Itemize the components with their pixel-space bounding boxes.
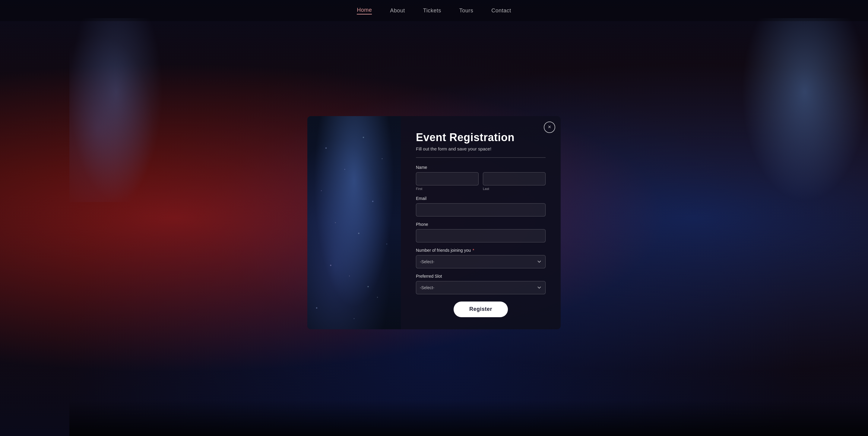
name-label: Name bbox=[416, 165, 546, 170]
phone-field-group: Phone bbox=[416, 222, 546, 242]
email-input[interactable] bbox=[416, 203, 546, 217]
email-field-group: Email bbox=[416, 196, 546, 217]
modal-image-panel bbox=[307, 116, 401, 329]
name-field-group: Name First Last bbox=[416, 165, 546, 191]
close-button[interactable]: × bbox=[544, 122, 555, 133]
registration-form: Name First Last Email bbox=[416, 165, 546, 317]
friends-field-group: Number of friends joining you * -Select-… bbox=[416, 248, 546, 268]
registration-modal: Event Registration Fill out the form and… bbox=[307, 116, 561, 329]
first-sub-label: First bbox=[416, 187, 478, 191]
phone-label: Phone bbox=[416, 222, 546, 227]
last-name-wrap: Last bbox=[483, 172, 546, 191]
slot-label: Preferred Slot bbox=[416, 274, 546, 279]
modal-subtitle: Fill out the form and save your space! bbox=[416, 146, 546, 151]
last-sub-label: Last bbox=[483, 187, 546, 191]
first-name-wrap: First bbox=[416, 172, 478, 191]
modal-title: Event Registration bbox=[416, 131, 546, 144]
modal-form-panel: Event Registration Fill out the form and… bbox=[401, 116, 561, 329]
slot-select[interactable]: -Select- Morning Afternoon Evening Night bbox=[416, 281, 546, 294]
last-name-input[interactable] bbox=[483, 172, 546, 185]
slot-field-group: Preferred Slot -Select- Morning Afternoo… bbox=[416, 274, 546, 294]
modal-overlay: Event Registration Fill out the form and… bbox=[0, 0, 868, 436]
register-button[interactable]: Register bbox=[454, 302, 508, 317]
friends-required-marker: * bbox=[473, 248, 474, 253]
friends-label: Number of friends joining you * bbox=[416, 248, 546, 253]
phone-input[interactable] bbox=[416, 229, 546, 242]
close-icon: × bbox=[548, 124, 551, 130]
email-label: Email bbox=[416, 196, 546, 201]
name-row: First Last bbox=[416, 172, 546, 191]
first-name-input[interactable] bbox=[416, 172, 478, 185]
form-divider bbox=[416, 157, 546, 158]
friends-select[interactable]: -Select- 1 2 3 4 5+ bbox=[416, 255, 546, 268]
